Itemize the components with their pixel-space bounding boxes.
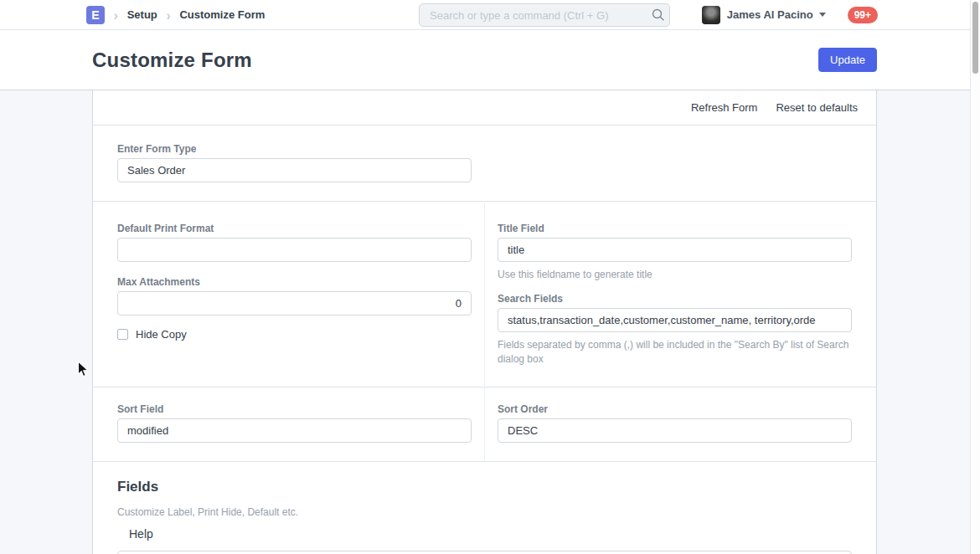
navbar: E › Setup › Customize Form James Al Paci…: [0, 0, 970, 30]
user-menu[interactable]: James Al Pacino 99+: [702, 6, 878, 24]
sort-field-input[interactable]: [117, 418, 472, 443]
scrollbar-thumb[interactable]: [972, 2, 978, 74]
refresh-form-link[interactable]: Refresh Form: [691, 101, 757, 114]
title-field-label: Title Field: [498, 223, 544, 234]
user-name: James Al Pacino: [727, 8, 813, 21]
sort-order-label: Sort Order: [498, 403, 548, 415]
column-divider: [484, 387, 485, 461]
chevron-down-icon: [819, 13, 826, 17]
form-type-input[interactable]: [117, 158, 472, 182]
sort-order-input[interactable]: [498, 418, 852, 443]
default-print-format-input[interactable]: [117, 238, 472, 262]
default-print-format-label: Default Print Format: [117, 223, 214, 234]
section-divider: [93, 461, 876, 462]
reset-to-defaults-link[interactable]: Reset to defaults: [776, 101, 858, 114]
form-toolbar: Refresh Form Reset to defaults: [93, 90, 876, 126]
form-type-label: Enter Form Type: [117, 143, 196, 155]
search-fields-label: Search Fields: [498, 293, 563, 305]
fields-section-heading: Fields: [117, 479, 158, 495]
hide-copy-checkbox[interactable]: [117, 329, 128, 340]
max-attachments-input[interactable]: [117, 291, 472, 315]
page-title: Customize Form: [92, 49, 252, 72]
title-field-help: Use this fieldname to generate title: [498, 268, 852, 282]
hide-copy-row[interactable]: Hide Copy: [117, 328, 187, 341]
page-head: Customize Form Update: [0, 30, 970, 90]
breadcrumb-item-setup[interactable]: Setup: [127, 8, 157, 21]
fields-table-placeholder: [117, 551, 852, 554]
title-field-input[interactable]: [498, 238, 852, 262]
update-button[interactable]: Update: [818, 48, 877, 72]
chevron-right-icon: ›: [114, 7, 118, 23]
user-avatar: [702, 6, 720, 24]
customize-form-card: Refresh Form Reset to defaults Enter For…: [92, 90, 877, 554]
column-divider: [484, 201, 485, 387]
search-fields-help: Fields separated by comma (,) will be in…: [498, 338, 852, 367]
content-area: Refresh Form Reset to defaults Enter For…: [0, 90, 970, 554]
app-logo[interactable]: E: [86, 6, 105, 24]
scrollbar-track[interactable]: [970, 0, 980, 554]
sort-field-label: Sort Field: [117, 403, 163, 415]
search-icon: [652, 8, 665, 22]
max-attachments-label: Max Attachments: [117, 276, 200, 288]
help-link[interactable]: Help: [129, 527, 153, 541]
breadcrumb: E › Setup › Customize Form: [86, 6, 265, 24]
breadcrumb-item-customize-form[interactable]: Customize Form: [179, 8, 265, 21]
global-search-input[interactable]: [419, 3, 670, 27]
chevron-right-icon: ›: [167, 7, 171, 23]
hide-copy-label: Hide Copy: [136, 328, 187, 341]
fields-section-subheading: Customize Label, Print Hide, Default etc…: [117, 505, 298, 520]
search-fields-input[interactable]: [498, 308, 852, 332]
notifications-badge[interactable]: 99+: [848, 7, 878, 23]
